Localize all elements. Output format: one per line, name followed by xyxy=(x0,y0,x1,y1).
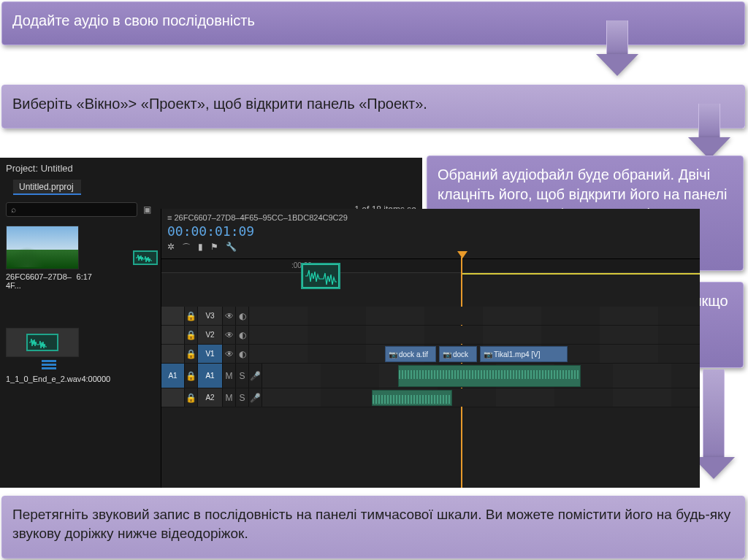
step-2-box: Виберіть «Вікно»> «Проект», щоб відкрити… xyxy=(1,85,745,129)
eye-icon[interactable]: 👁 xyxy=(223,345,236,363)
track-label-v2[interactable]: V2 xyxy=(198,326,223,344)
timeline-panel: ≡ 26FC6607–27D8–4F65–95CC–1BDC824C9C29 0… xyxy=(161,209,700,488)
track-label-a2[interactable]: A2 xyxy=(198,388,223,407)
search-icon: ⌕ xyxy=(11,204,16,215)
search-input[interactable]: ⌕ xyxy=(6,202,137,217)
arrow-1 xyxy=(596,20,638,76)
settings-icon[interactable]: ⚑ xyxy=(210,242,218,254)
track-content-v2[interactable] xyxy=(249,326,700,344)
track-v3: 🔒 V3 👁 ◐ xyxy=(161,307,700,326)
sync-lock-icon[interactable]: ◐ xyxy=(236,345,249,363)
timeline-tool-icons: ✲ ⌒ ▮ ⚑ 🔧 xyxy=(161,242,700,258)
step-2-text: Виберіть «Вікно»> «Проект», щоб відкрити… xyxy=(12,96,427,112)
eye-icon[interactable]: 👁 xyxy=(223,326,236,344)
track-label-a1[interactable]: A1 xyxy=(198,364,223,388)
sequence-icon xyxy=(42,360,56,370)
clip-1-dur: 6:17 xyxy=(77,272,92,290)
video-clip-dock2[interactable]: 📷dock xyxy=(439,346,477,362)
lock-icon[interactable]: 🔒 xyxy=(185,307,198,325)
premiere-panel: Project: Untitled Untitled.prproj ⌕ ▣ 1 … xyxy=(0,158,422,488)
track-a1: A1 🔒 A1 M S 🎤 xyxy=(161,364,700,388)
src-patch-v3[interactable] xyxy=(161,307,185,325)
solo-icon[interactable]: S xyxy=(236,388,249,407)
track-content-a1[interactable] xyxy=(262,364,700,388)
timecode[interactable]: 00:00:01:09 xyxy=(167,223,700,239)
sync-lock-icon[interactable]: ◐ xyxy=(236,326,249,344)
step-1-text: Додайте аудіо в свою послідовність xyxy=(12,12,255,28)
sync-lock-icon[interactable]: ◐ xyxy=(236,307,249,325)
src-patch-v1[interactable] xyxy=(161,345,185,363)
sequence-name: 26FC6607–27D8–4F65–95CC–1BDC824C9C29 xyxy=(174,213,347,222)
clip-1-name: 26FC6607–27D8–4F... xyxy=(6,272,77,290)
src-patch-a1[interactable]: A1 xyxy=(161,364,185,388)
audio-waveform-icon xyxy=(133,250,158,265)
clip-2-dur: 4:00000 xyxy=(81,375,110,383)
clip-2-thumb xyxy=(6,328,79,357)
audio-clip-a2[interactable] xyxy=(372,390,452,406)
clip-2[interactable]: 1_1_0_End_e_2.wav 4:00000 xyxy=(6,328,92,383)
lock-icon[interactable]: 🔒 xyxy=(185,388,198,407)
lock-icon[interactable]: 🔒 xyxy=(185,345,198,363)
eye-icon[interactable]: 👁 xyxy=(223,307,236,325)
step-5-box: Перетягніть звуковий запис в послідовніс… xyxy=(1,496,745,559)
project-file-tab[interactable]: Untitled.prproj xyxy=(13,180,81,195)
track-content-v3[interactable] xyxy=(249,307,700,325)
step-5-text: Перетягніть звуковий запис в послідовніс… xyxy=(12,507,730,541)
solo-icon[interactable]: S xyxy=(236,364,249,388)
track-label-v3[interactable]: V3 xyxy=(198,307,223,325)
voiceover-icon[interactable]: 🎤 xyxy=(249,364,262,388)
audio-clip-a1[interactable] xyxy=(398,365,581,387)
link-icon[interactable]: ⌒ xyxy=(182,242,191,254)
clip-1-thumb xyxy=(6,226,79,269)
src-patch-a2[interactable] xyxy=(161,388,185,407)
work-area-bar[interactable] xyxy=(461,273,700,275)
mute-icon[interactable]: M xyxy=(223,364,236,388)
lock-icon[interactable]: 🔒 xyxy=(185,364,198,388)
arrow-2 xyxy=(688,104,730,159)
src-patch-v2[interactable] xyxy=(161,326,185,344)
track-v1: 🔒 V1 👁 ◐ 📷dock a.tif 📷dock 📷Tikal1.mp4 [… xyxy=(161,345,700,364)
track-v2: 🔒 V2 👁 ◐ xyxy=(161,326,700,345)
video-clip-tikal[interactable]: 📷Tikal1.mp4 [V] xyxy=(480,346,568,362)
marker-icon[interactable]: ▮ xyxy=(198,242,203,254)
track-label-v1[interactable]: V1 xyxy=(198,345,223,363)
track-a2: 🔒 A2 M S 🎤 xyxy=(161,388,700,407)
track-content-a2[interactable] xyxy=(262,388,700,407)
clip-2-name: 1_1_0_End_e_2.wav xyxy=(6,375,81,383)
track-content-v1[interactable]: 📷dock a.tif 📷dock 📷Tikal1.mp4 [V] xyxy=(249,345,700,363)
clip-1[interactable]: 26FC6607–27D8–4F... 6:17 xyxy=(6,226,92,290)
audio-waveform-icon xyxy=(26,334,58,351)
wrench-icon[interactable]: 🔧 xyxy=(226,242,237,254)
folder-icon[interactable]: ▣ xyxy=(143,204,151,215)
mute-icon[interactable]: M xyxy=(223,388,236,407)
selected-audio-thumb[interactable] xyxy=(301,263,340,289)
video-clip-dock1[interactable]: 📷dock a.tif xyxy=(385,346,436,362)
project-panel-title: Project: Untitled xyxy=(0,158,422,174)
lock-icon[interactable]: 🔒 xyxy=(185,326,198,344)
time-ruler[interactable]: :00:00 xyxy=(161,258,700,273)
voiceover-icon[interactable]: 🎤 xyxy=(249,388,262,407)
snap-icon[interactable]: ✲ xyxy=(167,242,175,254)
